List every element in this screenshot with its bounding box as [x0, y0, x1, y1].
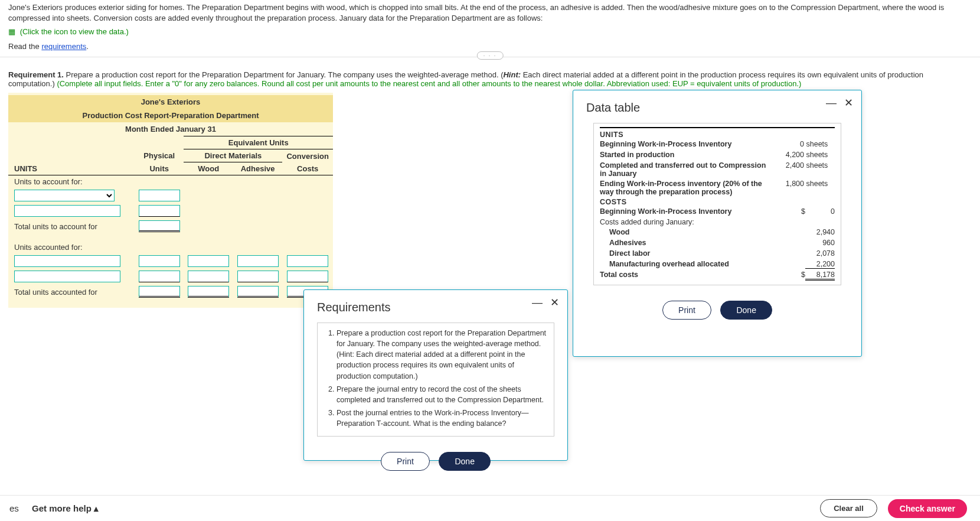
accounted-row1-conv[interactable] — [287, 255, 328, 267]
accounted-row1-wood[interactable] — [188, 255, 229, 267]
eq-units-header: Equivalent Units — [184, 136, 333, 149]
view-data-row[interactable]: ▦ (Click the icon to view the data.) — [0, 26, 980, 37]
data-done-button[interactable]: Done — [720, 301, 772, 320]
total-accounted-units[interactable] — [139, 286, 180, 298]
ws-headers-table: Equivalent Units Physical Direct Materia… — [8, 136, 333, 299]
separator-pill[interactable]: · · · — [477, 51, 504, 60]
problem-paragraph: Jone's Exteriors produces exterior sidin… — [0, 0, 980, 26]
table-icon: ▦ — [8, 27, 15, 36]
clear-all-button[interactable]: Clear all — [820, 499, 877, 517]
total-accounted-wood[interactable] — [188, 286, 229, 298]
close-icon[interactable]: ✕ — [550, 297, 559, 308]
ws-report-title: Production Cost Report-Preparation Depar… — [8, 109, 333, 122]
requirements-list-box: Prepare a production cost report for the… — [317, 323, 554, 437]
view-data-text: (Click the icon to view the data.) — [20, 27, 129, 36]
get-more-help-button[interactable]: Get more help — [32, 503, 99, 513]
req-done-button[interactable]: Done — [439, 452, 490, 471]
read-requirements-line: Read the requirements. — [0, 37, 980, 52]
total-to-account-val[interactable] — [139, 220, 180, 232]
accounted-row2-label[interactable] — [14, 271, 120, 282]
account-row1-select[interactable] — [14, 190, 115, 201]
req-item-1: Prepare a production cost report for the… — [337, 328, 547, 382]
total-accounted-adh[interactable] — [237, 286, 279, 298]
data-print-button[interactable]: Print — [662, 301, 711, 320]
close-icon[interactable]: ✕ — [844, 97, 853, 109]
total-accounted-label: Total units accounted for — [8, 284, 135, 299]
requirement-1-text: Requirement 1. Prepare a production cost… — [0, 62, 980, 89]
total-to-account-label: Total units to account for — [8, 219, 135, 234]
accounted-row1-units[interactable] — [139, 255, 180, 267]
account-row2-units[interactable] — [139, 205, 180, 217]
footer-es: es — [9, 503, 19, 513]
account-row1-units[interactable] — [139, 190, 180, 201]
requirements-modal: — ✕ Requirements Prepare a production co… — [303, 289, 568, 461]
accounted-row1-adh[interactable] — [237, 255, 279, 267]
units-to-account-label: Units to account for: — [8, 175, 135, 188]
accounted-row2-wood[interactable] — [188, 271, 229, 282]
data-table-title: Data table — [573, 90, 861, 121]
data-table-modal: — ✕ Data table UNITS Beginning Work-in-P… — [573, 90, 862, 357]
data-table-box: UNITS Beginning Work-in-Process Inventor… — [593, 123, 841, 285]
req-item-2: Prepare the journal entry to record the … — [337, 384, 547, 405]
cost-report-worksheet: Jone's Exteriors Production Cost Report-… — [8, 93, 333, 308]
account-row2-label[interactable] — [14, 205, 120, 217]
accounted-row1-label[interactable] — [14, 255, 120, 267]
accounted-row2-adh[interactable] — [237, 271, 279, 282]
req-print-button[interactable]: Print — [381, 452, 430, 471]
req-item-3: Post the journal entries to the Work-in-… — [337, 408, 547, 429]
ws-company: Jone's Exteriors — [8, 95, 333, 109]
units-accounted-for-label: Units accounted for: — [8, 241, 135, 253]
accounted-row2-units[interactable] — [139, 271, 180, 282]
check-answer-button[interactable]: Check answer — [888, 499, 967, 518]
minimize-icon[interactable]: — — [532, 297, 543, 308]
requirements-link[interactable]: requirements — [41, 42, 86, 51]
ws-period: Month Ended January 31 — [8, 122, 333, 136]
footer-bar: es Get more help Clear all Check answer — [0, 495, 980, 521]
minimize-icon[interactable]: — — [826, 97, 837, 109]
accounted-row2-conv[interactable] — [287, 271, 328, 282]
